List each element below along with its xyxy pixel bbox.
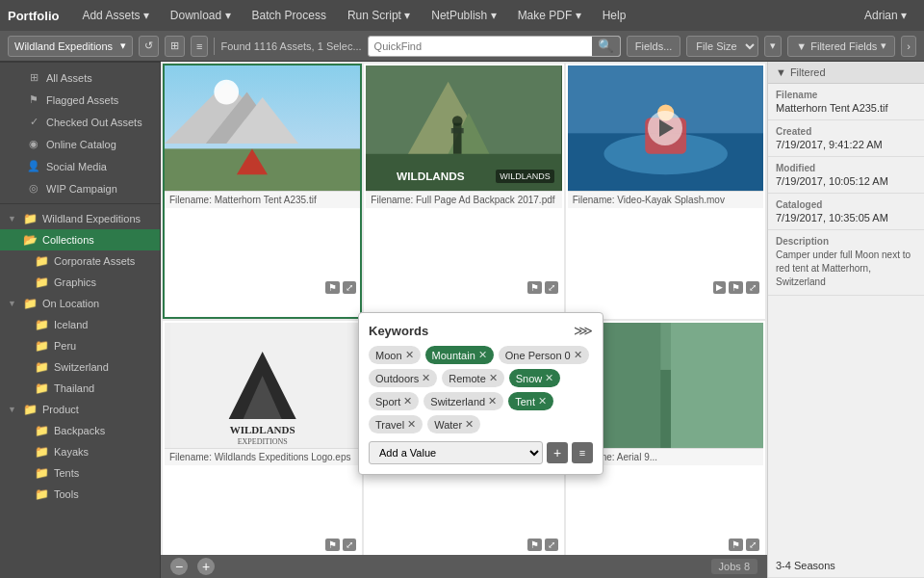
menu-make-pdf[interactable]: Make PDF ▾	[508, 5, 591, 26]
keyword-switzerland[interactable]: Switzerland ✕	[424, 392, 503, 410]
zoom-action-icon[interactable]: ⤢	[343, 281, 356, 294]
sidebar-folder-product[interactable]: ▼ 📁 Product	[0, 399, 160, 420]
asset-thumbnail-kayak	[568, 66, 763, 191]
flag-icon-6[interactable]: ⚑	[729, 539, 743, 551]
sidebar-folder-peru[interactable]: 📁 Peru	[0, 335, 160, 356]
zoom-icon-3[interactable]: ⤢	[746, 281, 759, 294]
menu-download[interactable]: Download ▾	[161, 5, 241, 26]
description-value: Camper under full Moon next to red tent …	[776, 249, 916, 289]
keyword-remote-remove[interactable]: ✕	[489, 372, 498, 384]
sidebar-folder-switzerland[interactable]: 📁 Switzerland	[0, 356, 160, 378]
flag-action-icon[interactable]: ⚑	[325, 281, 340, 294]
keyword-water[interactable]: Water ✕	[427, 415, 480, 434]
zoom-icon-6[interactable]: ⤢	[746, 539, 759, 551]
size-select[interactable]: File Size	[686, 36, 758, 57]
sidebar-item-all-assets[interactable]: ⊞ All Assets	[0, 66, 160, 89]
keyword-travel[interactable]: Travel ✕	[369, 415, 423, 434]
keyword-outdoors[interactable]: Outdoors ✕	[369, 369, 437, 387]
sidebar-item-wip[interactable]: ◎ WIP Campaign	[0, 177, 160, 199]
asset-card-backpack-pdf[interactable]: WILDLANDS WILDLANDS Filename: Full Page …	[364, 64, 563, 319]
keyword-water-remove[interactable]: ✕	[465, 418, 474, 431]
zoom-in-button[interactable]: +	[197, 558, 215, 575]
keyword-sport[interactable]: Sport ✕	[369, 392, 419, 410]
sidebar-folder-kayaks[interactable]: 📁 Kayaks	[0, 441, 160, 462]
wip-icon: ◎	[27, 182, 40, 195]
flag-icon-3[interactable]: ⚑	[729, 281, 743, 294]
play-button[interactable]	[648, 111, 682, 145]
zoom-icon-2[interactable]: ⤢	[545, 281, 558, 294]
nav-right-button[interactable]: ›	[901, 36, 916, 57]
keyword-tent-remove[interactable]: ✕	[538, 395, 547, 407]
keyword-snow[interactable]: Snow ✕	[509, 369, 561, 387]
sidebar-folder-iceland[interactable]: 📁 Iceland	[0, 314, 160, 335]
keyword-list-button[interactable]: ≡	[572, 442, 593, 463]
user-menu[interactable]: Adrian ▾	[855, 5, 916, 26]
keyword-add-button[interactable]: +	[547, 442, 568, 463]
menu-help[interactable]: Help	[593, 5, 636, 26]
expand-icon: ▼	[8, 214, 16, 223]
keyword-moon[interactable]: Moon ✕	[369, 346, 421, 364]
keyword-snow-remove[interactable]: ✕	[545, 372, 553, 384]
sidebar-folder-collections[interactable]: 📂 Collections	[0, 229, 160, 250]
sidebar-item-social-media[interactable]: 👤 Social Media	[0, 155, 160, 177]
sidebar-folder-graphics[interactable]: 📁 Graphics	[0, 272, 160, 293]
sidebar-folder-wildland[interactable]: ▼ 📁 Wildland Expeditions	[0, 208, 160, 229]
keyword-mountain[interactable]: Mountain ✕	[425, 346, 494, 364]
keyword-one-person-remove[interactable]: ✕	[574, 349, 582, 361]
asset-card-matterhorn[interactable]: Filename: Matterhorn Tent A235.tif ⚑ ⤢	[163, 64, 362, 319]
keyword-tent[interactable]: Tent ✕	[508, 392, 553, 410]
asset-filename-backpack-pdf: Filename: Full Page Ad Backpack 2017.pdf	[366, 191, 561, 208]
menu-run-script[interactable]: Run Script ▾	[338, 5, 420, 26]
zoom-out-button[interactable]: −	[170, 558, 188, 575]
keyword-one-person[interactable]: One Person 0 ✕	[499, 346, 589, 364]
asset-thumbnail-matterhorn	[165, 66, 360, 191]
sidebar-folder-thailand[interactable]: 📁 Thailand	[0, 378, 160, 399]
sidebar-item-checked-out[interactable]: ✓ Checked Out Assets	[0, 111, 160, 133]
sidebar-folder-tents[interactable]: 📁 Tents	[0, 462, 160, 484]
sidebar-item-flagged[interactable]: ⚑ Flagged Assets	[0, 89, 160, 111]
search-button[interactable]: 🔍	[592, 36, 620, 57]
filtered-fields-button[interactable]: ▼ Filtered Fields ▾	[787, 36, 895, 57]
menu-add-assets[interactable]: Add Assets ▾	[72, 5, 158, 26]
play-icon	[659, 119, 674, 137]
catalog-select[interactable]: Wildland Expeditions ▾	[8, 36, 133, 57]
grid-view-button[interactable]: ⊞	[165, 36, 185, 57]
jobs-badge[interactable]: Jobs 8	[711, 559, 757, 574]
keyword-switzerland-remove[interactable]: ✕	[488, 395, 497, 407]
asset-action-icons-3: ▶ ⚑ ⤢	[713, 281, 759, 294]
sidebar-folder-onlocation[interactable]: ▼ 📁 On Location	[0, 293, 160, 314]
sidebar-top-section: ⊞ All Assets ⚑ Flagged Assets ✓ Checked …	[0, 62, 160, 203]
list-view-button[interactable]: ≡	[191, 36, 208, 57]
zoom-icon-4[interactable]: ⤢	[343, 539, 356, 551]
flag-icon-5[interactable]: ⚑	[527, 539, 542, 551]
asset-card-kayak-video[interactable]: Filename: Video-Kayak Splash.mov ▶ ⚑ ⤢	[566, 64, 765, 319]
keyword-remote[interactable]: Remote ✕	[442, 369, 504, 387]
toolbar: Wildland Expeditions ▾ ↺ ⊞ ≡ Found 1116 …	[0, 31, 924, 62]
sidebar-folder-backpacks[interactable]: 📁 Backpacks	[0, 420, 160, 441]
keyword-add-input[interactable]: Add a Value	[369, 441, 543, 464]
flag-icon-4[interactable]: ⚑	[325, 539, 340, 551]
menu-batch-process[interactable]: Batch Process	[243, 5, 336, 26]
fields-button[interactable]: Fields...	[627, 36, 681, 57]
flag-icon-2[interactable]: ⚑	[527, 281, 542, 294]
keyword-mountain-remove[interactable]: ✕	[478, 349, 487, 361]
keyword-travel-remove[interactable]: ✕	[407, 418, 416, 431]
keyword-sport-remove[interactable]: ✕	[403, 395, 412, 407]
size-down-button[interactable]: ▾	[764, 36, 782, 57]
user-icon: 👤	[27, 160, 40, 172]
panel-cataloged-section: Cataloged 7/19/2017, 10:35:05 AM	[768, 194, 924, 230]
sidebar-item-online-catalog[interactable]: ◉ Online Catalog	[0, 133, 160, 155]
refresh-button[interactable]: ↺	[139, 36, 159, 57]
sidebar-folder-corporate[interactable]: 📁 Corporate Assets	[0, 250, 160, 272]
asset-card-logo[interactable]: WILDLANDS EXPEDITIONS Filename: Wildland…	[163, 321, 362, 576]
keyword-moon-remove[interactable]: ✕	[405, 349, 414, 361]
search-input[interactable]	[369, 39, 592, 54]
keywords-collapse-button[interactable]: ⋙	[574, 323, 593, 338]
expand-icon: ▼	[8, 405, 16, 414]
menu-netpublish[interactable]: NetPublish ▾	[422, 5, 505, 26]
sidebar-folder-tools[interactable]: 📁 Tools	[0, 484, 160, 505]
main-layout: ⊞ All Assets ⚑ Flagged Assets ✓ Checked …	[0, 62, 924, 578]
zoom-icon-5[interactable]: ⤢	[545, 539, 558, 551]
asset-filename-logo: Filename: Wildlands Expeditions Logo.eps	[165, 448, 360, 465]
keyword-outdoors-remove[interactable]: ✕	[422, 372, 430, 384]
